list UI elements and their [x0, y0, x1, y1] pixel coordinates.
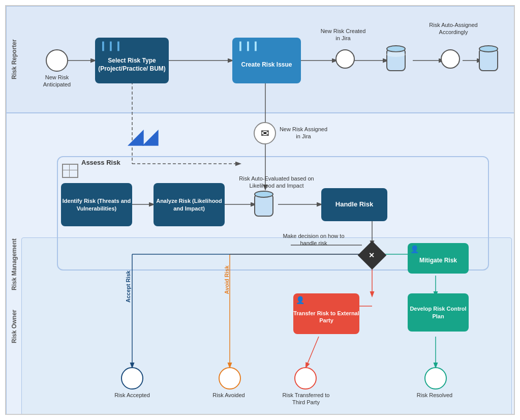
risk-auto-assigned-label: Risk Auto-Assigned Accordingly: [420, 21, 486, 36]
auto-assigned-circle: [441, 49, 460, 69]
risk-accepted-label: Risk Accepted: [107, 392, 158, 399]
create-risk-issue-box[interactable]: ❙❙❙ Create Risk Issue: [232, 38, 301, 83]
avoid-risk-label: Avoid Risk: [224, 265, 230, 294]
risk-accepted-circle: [121, 367, 143, 389]
handle-risk-box[interactable]: Handle Risk: [321, 188, 387, 221]
assess-risk-label: Assess Risk: [81, 159, 120, 166]
new-risk-assigned-label: New Risk Assigned in Jira: [278, 126, 329, 140]
mitigate-risk-box[interactable]: 👤 Mitigate Risk: [408, 243, 469, 274]
transfer-risk-box[interactable]: 👤 Transfer Risk to External Party: [293, 293, 359, 334]
identify-risk-box[interactable]: Identify Risk (Threats and Vulnerabiliti…: [61, 183, 132, 226]
lane-reporter-label: Risk Reporter: [7, 6, 21, 113]
created-circle: [335, 49, 355, 69]
risk-auto-eval-label: Risk Auto-Evaluated based on Likelihood …: [236, 175, 317, 190]
risk-avoided-circle: [219, 367, 241, 389]
risk-transferred-circle: [294, 367, 317, 389]
new-risk-circle: [46, 49, 68, 72]
risk-avoided-label: Risk Avoided: [206, 392, 252, 399]
envelope-node: ✉: [254, 122, 276, 144]
develop-control-plan-box[interactable]: Develop Risk Control Plan: [408, 293, 469, 332]
select-risk-type-box[interactable]: ❙❙❙ Select Risk Type (Project/Practice/ …: [95, 38, 169, 83]
db-node-2: [479, 48, 498, 71]
accept-risk-label: Accept Risk: [125, 271, 131, 303]
diagram-container: Risk Reporter Risk Management Risk Owner…: [5, 5, 515, 415]
make-decision-label: Make decision on how to handle risk: [281, 232, 347, 247]
db-assess: [254, 193, 273, 217]
risk-resolved-circle: [424, 367, 447, 389]
risk-transferred-label: Risk Transferred to Third Party: [281, 392, 331, 406]
jira-logo: ◢◢: [128, 127, 158, 146]
risk-resolved-label: Risk Resolved: [412, 392, 457, 399]
analyze-risk-box[interactable]: Analyze Risk (Likelihood and Impact): [154, 183, 225, 226]
new-risk-created-label: New Risk Created in Jira: [320, 27, 366, 42]
new-risk-label: New Risk Anticipated: [34, 74, 80, 88]
db-node-1: [386, 48, 406, 71]
lane-owner-label: Risk Owner: [7, 237, 21, 415]
table-icon: [62, 164, 78, 178]
